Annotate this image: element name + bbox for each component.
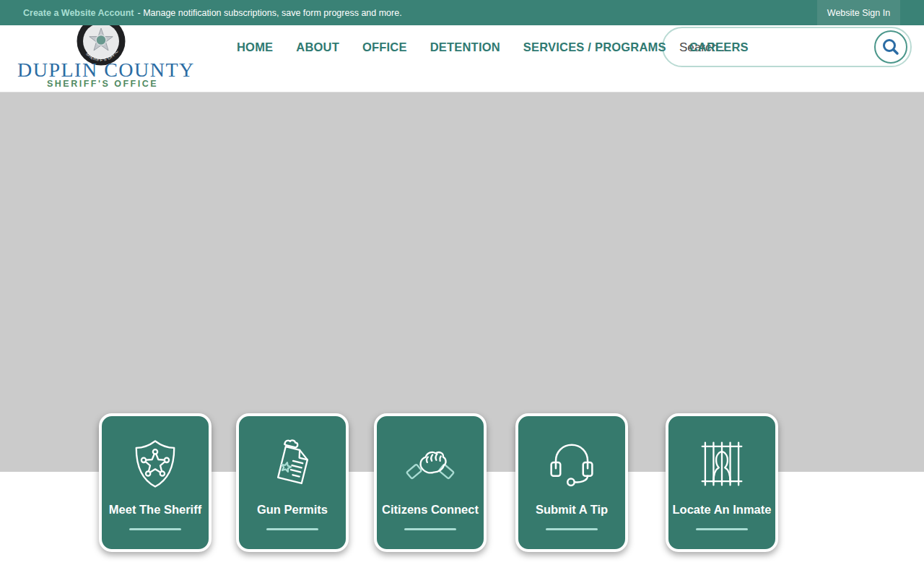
search-button[interactable] xyxy=(874,30,907,64)
site-header: SHERIFF'S OFFICE DUPLIN COUNTY SHERIFF'S… xyxy=(0,25,924,92)
card-label: Gun Permits xyxy=(257,503,328,517)
nav-item-services-programs[interactable]: SERVICES / PROGRAMS xyxy=(523,38,666,56)
card-underline xyxy=(404,528,456,530)
nav-item-home[interactable]: HOME xyxy=(237,38,273,56)
nav-item-about[interactable]: ABOUT xyxy=(296,38,339,56)
card-label: Citizens Connect xyxy=(382,503,479,517)
quick-links-row: Meet The Sheriff Gun Permits Citizens Co xyxy=(0,413,924,552)
main-navigation: HOME ABOUT OFFICE DETENTION SERVICES / P… xyxy=(237,38,749,56)
card-gun-permits[interactable]: Gun Permits xyxy=(236,413,349,552)
site-subtitle: SHERIFF'S OFFICE xyxy=(17,79,188,89)
card-label: Submit A Tip xyxy=(536,503,608,517)
card-locate-an-inmate[interactable]: Locate An Inmate xyxy=(666,413,778,552)
card-underline xyxy=(266,528,318,530)
nav-item-careers[interactable]: CAREERS xyxy=(689,38,749,56)
card-submit-a-tip[interactable]: Submit A Tip xyxy=(515,413,628,552)
card-citizens-connect[interactable]: Citizens Connect xyxy=(374,413,487,552)
search-icon xyxy=(881,38,900,56)
promo-text: - Manage notification subscriptions, sav… xyxy=(138,8,402,18)
card-underline xyxy=(129,528,181,530)
card-label: Meet The Sheriff xyxy=(109,503,201,517)
website-signin-button[interactable]: Website Sign In xyxy=(817,0,900,25)
headset-icon xyxy=(541,434,602,494)
logo-home-link[interactable]: SHERIFF'S OFFICE DUPLIN COUNTY SHERIFF'S… xyxy=(17,25,188,92)
card-meet-the-sheriff[interactable]: Meet The Sheriff xyxy=(99,413,212,552)
permit-document-icon xyxy=(262,434,323,494)
card-label: Locate An Inmate xyxy=(673,503,772,517)
top-utility-bar: Create a Website Account - Manage notifi… xyxy=(0,0,924,25)
nav-item-detention[interactable]: DETENTION xyxy=(430,38,500,56)
card-underline xyxy=(546,528,598,530)
card-underline xyxy=(696,528,748,530)
nav-item-office[interactable]: OFFICE xyxy=(362,38,407,56)
handshake-icon xyxy=(400,434,461,494)
create-account-link[interactable]: Create a Website Account xyxy=(23,8,134,18)
sheriff-star-shield-icon xyxy=(125,434,186,494)
inmate-jail-bars-icon xyxy=(692,434,752,494)
